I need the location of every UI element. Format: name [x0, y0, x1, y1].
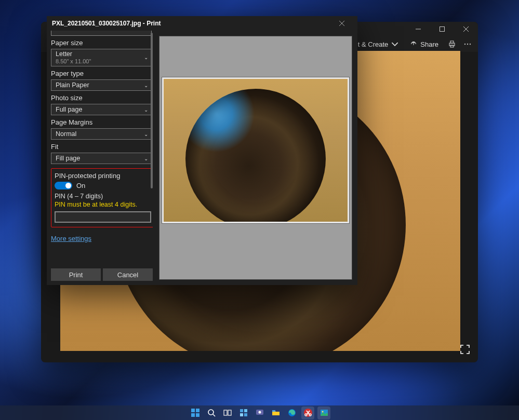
truncated-field[interactable]: [51, 31, 152, 36]
print-preview: [159, 36, 352, 280]
chevron-down-icon: ⌄: [144, 131, 148, 137]
search-button[interactable]: [205, 407, 218, 419]
svg-rect-25: [244, 413, 247, 416]
print-dialog-titlebar: PXL_20210501_030025107.jpg - Print: [47, 16, 357, 31]
svg-rect-24: [240, 413, 243, 416]
close-button[interactable]: [454, 22, 478, 36]
more-icon[interactable]: [461, 38, 474, 50]
print-button[interactable]: Print: [51, 268, 101, 281]
photos-app-button[interactable]: [317, 407, 330, 419]
cancel-button[interactable]: Cancel: [103, 268, 153, 281]
svg-rect-15: [196, 409, 199, 412]
pin-toggle[interactable]: [55, 182, 72, 189]
maximize-button[interactable]: [430, 22, 454, 36]
photo-size-label: Photo size: [51, 94, 153, 102]
chevron-down-icon: [391, 40, 398, 48]
task-view-button[interactable]: [221, 407, 234, 419]
paper-size-value: Letter: [56, 50, 72, 58]
preview-image: [164, 79, 348, 222]
pin-toggle-label: On: [76, 182, 85, 189]
fit-value: Fill page: [56, 155, 80, 162]
svg-point-18: [208, 410, 214, 415]
more-settings-link[interactable]: More settings: [51, 235, 91, 242]
preview-page: [162, 77, 350, 224]
fullscreen-icon[interactable]: [459, 344, 471, 355]
scrollbar-track[interactable]: [151, 32, 153, 239]
svg-point-9: [464, 44, 465, 45]
svg-line-19: [213, 414, 215, 416]
fit-dropdown[interactable]: Fill page ⌄: [51, 153, 152, 164]
taskbar: [0, 405, 519, 420]
svg-rect-17: [196, 413, 199, 417]
page-margins-value: Normal: [56, 130, 76, 138]
pin-protected-section: PIN-protected printing On PIN (4 – 7 dig…: [51, 168, 153, 227]
photo-size-dropdown[interactable]: Full page ⌄: [51, 104, 152, 115]
svg-rect-14: [191, 409, 195, 412]
svg-rect-23: [244, 409, 247, 412]
svg-rect-8: [450, 45, 454, 47]
share-button[interactable]: Share: [406, 38, 443, 50]
page-margins-label: Page Margins: [51, 118, 153, 126]
fit-label: Fit: [51, 143, 153, 151]
chat-button[interactable]: [253, 407, 266, 419]
chevron-down-icon: ⌄: [144, 83, 148, 88]
snip-button[interactable]: [301, 407, 314, 419]
paper-type-label: Paper type: [51, 70, 153, 77]
pin-field-label: PIN (4 – 7 digits): [55, 193, 151, 200]
paper-type-value: Plain Paper: [56, 82, 89, 89]
svg-rect-7: [450, 41, 454, 43]
widgets-button[interactable]: [237, 407, 250, 419]
print-icon[interactable]: [446, 38, 458, 50]
paper-size-sub: 8.50" x 11.00": [56, 58, 91, 65]
svg-point-10: [467, 44, 468, 45]
pin-warning: PIN must be at least 4 digits.: [55, 201, 151, 208]
scrollbar-thumb[interactable]: [151, 33, 153, 188]
svg-point-11: [470, 44, 471, 45]
svg-rect-28: [272, 410, 275, 412]
chevron-down-icon: ⌄: [144, 156, 148, 161]
pin-input[interactable]: [55, 211, 151, 223]
edge-button[interactable]: [285, 407, 298, 419]
paper-size-label: Paper size: [51, 39, 153, 47]
dialog-close-button[interactable]: [331, 16, 352, 31]
chevron-down-icon: ⌄: [144, 107, 148, 113]
paper-type-dropdown[interactable]: Plain Paper ⌄: [51, 79, 152, 91]
paper-size-dropdown[interactable]: Letter 8.50" x 11.00" ⌄: [51, 49, 152, 66]
start-button[interactable]: [189, 407, 202, 419]
svg-rect-22: [240, 409, 243, 412]
pin-section-label: PIN-protected printing: [55, 172, 151, 180]
share-label: Share: [420, 40, 438, 48]
print-dialog: PXL_20210501_030025107.jpg - Print Paper…: [47, 16, 357, 285]
page-margins-dropdown[interactable]: Normal ⌄: [51, 128, 152, 140]
chevron-down-icon: ⌄: [144, 55, 148, 61]
svg-rect-21: [228, 410, 231, 415]
print-settings-panel: Paper size Letter 8.50" x 11.00" ⌄ Paper…: [47, 31, 157, 285]
svg-rect-16: [191, 413, 195, 417]
minimize-button[interactable]: [406, 22, 430, 36]
print-dialog-title: PXL_20210501_030025107.jpg - Print: [52, 20, 161, 27]
svg-point-27: [258, 411, 261, 414]
svg-rect-20: [224, 410, 227, 415]
file-explorer-button[interactable]: [269, 407, 282, 419]
photo-size-value: Full page: [56, 106, 82, 113]
svg-rect-1: [440, 27, 445, 32]
